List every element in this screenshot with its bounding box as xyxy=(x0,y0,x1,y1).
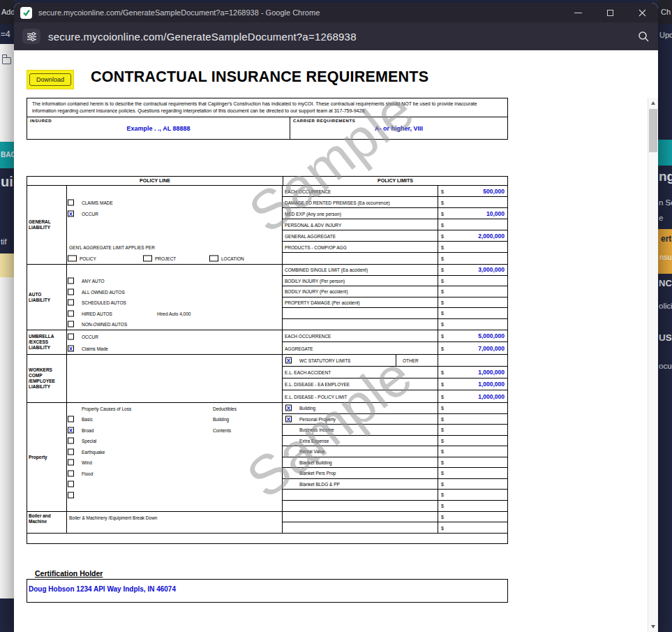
insurance-requirements-document: Download CONTRACTUAL INSURANCE REQUIREME… xyxy=(14,50,658,632)
close-button[interactable] xyxy=(626,3,658,22)
policy-limit-row: XBuilding$ xyxy=(283,403,507,414)
limit-label: Personal Property xyxy=(299,416,336,421)
coverage-label: Wind xyxy=(82,460,92,465)
group-left-auto-liability: ANY AUTOALL OWNED AUTOSSCHEDULED AUTOSHI… xyxy=(67,265,283,330)
bg-fragment-text: ocur xyxy=(659,362,672,370)
policy-limit-row: $ xyxy=(283,512,507,522)
checkbox: X xyxy=(285,416,292,422)
limit-amount-cell: $5,000,000 xyxy=(438,330,507,341)
policy-limit-row: Blanket BLDG & PP$ xyxy=(283,479,507,490)
bg-fragment-text: Ch xyxy=(661,8,671,16)
maximize-button[interactable] xyxy=(594,3,626,22)
policy-line-row xyxy=(67,490,282,501)
limit-amount-cell: $500,000 xyxy=(438,186,507,196)
coverage-label: Boiler & Machinery /Equipment Break Down xyxy=(69,515,157,520)
limit-label: AGGREGATE xyxy=(285,346,313,351)
bg-right-teal-band xyxy=(658,140,672,166)
checkbox: X xyxy=(285,405,292,411)
checkbox xyxy=(68,256,77,262)
dollar-sign: $ xyxy=(441,525,444,530)
limit-amount-cell: $ xyxy=(438,468,507,478)
bg-left-teal-button: BAC xyxy=(0,142,14,168)
limit-amount: 1,000,000 xyxy=(478,369,505,376)
group-left-workers-comp-employee-liability xyxy=(67,355,283,402)
policy-limit-row: GENERAL AGGREGATE$2,000,000 xyxy=(283,230,507,242)
limit-label-cell xyxy=(283,522,438,533)
group-left-general-liability: CLAIMS MADEXOCCURGEN'L AGGREGATE LIMIT A… xyxy=(67,186,283,264)
limit-label: COMBINED SINGLE LIMIT (Ea accident) xyxy=(285,267,368,272)
policy-limit-row: PERSONAL & ADV INJURY$ xyxy=(283,219,507,230)
dollar-sign: $ xyxy=(441,334,444,339)
policy-line-row: XOCCUR xyxy=(67,208,282,219)
policy-line-row: XClaims Made xyxy=(67,342,282,354)
group-label-auto-liability: AUTO LIABILITY xyxy=(27,265,67,330)
screen: Add =4 BAC ui tif Ch Upd ng n Sc e xyxy=(0,0,672,632)
policy-line-row: Wind xyxy=(67,457,282,469)
policy-limit-row: E.L. DISEASE - POLICY LIMIT$1,000,000 xyxy=(283,390,507,402)
dollar-sign: $ xyxy=(441,244,444,249)
limit-amount: 500,000 xyxy=(483,188,505,195)
site-settings-button[interactable] xyxy=(22,29,40,44)
limit-amount: 7,000,000 xyxy=(478,345,505,352)
dollar-sign: $ xyxy=(441,427,444,432)
bg-left-white xyxy=(0,44,14,142)
vertical-scrollbar[interactable] xyxy=(648,98,658,632)
limit-label: EACH OCCURRENCE xyxy=(285,189,331,193)
limit-amount-cell: $7,000,000 xyxy=(438,342,507,354)
limit-label-cell: Business Income xyxy=(283,425,438,435)
policy-limit-row: AGGREGATE$7,000,000 xyxy=(283,342,507,354)
limit-label-cell: MED EXP (Any one person) xyxy=(283,208,438,219)
checkbox: X xyxy=(285,358,292,364)
policy-line-row: Property Causes of LossDeductibles xyxy=(67,403,282,414)
scroll-down-button[interactable] xyxy=(648,622,658,632)
bg-fragment-text: nsu xyxy=(659,253,672,261)
scroll-up-button[interactable] xyxy=(648,98,658,108)
minimize-button[interactable] xyxy=(562,3,594,22)
limit-label-cell: E.L. DISEASE - EA EMPLOYEE xyxy=(283,379,438,390)
limit-amount-cell: $2,000,000 xyxy=(438,230,507,241)
limit-amount-cell: $ xyxy=(438,425,507,435)
disclaimer-text: The information contained herein is to d… xyxy=(27,98,507,117)
bg-left-footer xyxy=(0,598,14,632)
policy-limit-row: $ xyxy=(283,522,507,533)
url-text[interactable]: secure.mycoionline.com/GenerateSampleDoc… xyxy=(48,31,637,43)
policy-line-row xyxy=(67,390,282,402)
tune-icon xyxy=(27,31,37,42)
checkbox xyxy=(68,438,74,444)
policy-table-header: POLICY LINE POLICY LIMITS xyxy=(27,177,507,186)
limit-amount: 5,000,000 xyxy=(478,332,505,339)
policy-line-row: Boiler & Machinery /Equipment Break Down xyxy=(67,512,282,522)
limit-label-cell: BODILY INJURY (Per accident) xyxy=(283,286,438,297)
policy-limit-row: EACH OCCURRENCE$500,000 xyxy=(283,186,507,197)
bg-left-top: Add xyxy=(0,0,14,24)
insured-cell: INSURED Example . ., AL 88888 xyxy=(27,117,290,139)
limit-amount-cell: $ xyxy=(438,253,507,264)
limit-label-cell: PROPERTY DAMAGE (Per accident) xyxy=(283,297,438,308)
limit-label-cell xyxy=(283,512,438,522)
policy-line-row xyxy=(67,501,282,512)
limit-amount: 3,000,000 xyxy=(478,266,505,273)
policy-limit-row: $ xyxy=(283,319,507,330)
dollar-sign: $ xyxy=(441,515,444,520)
coverage-label: SCHEDULED AUTOS xyxy=(82,300,126,305)
address-bar[interactable]: secure.mycoionline.com/GenerateSampleDoc… xyxy=(14,22,658,50)
policy-group-boiler-and-machine: Boiler and MachineBoiler & Machinery /Eq… xyxy=(27,512,507,534)
limit-amount-cell: $1,000,000 xyxy=(438,390,507,402)
checkbox xyxy=(68,278,74,284)
scrollbar-thumb[interactable] xyxy=(649,109,657,152)
limit-label: OTHER xyxy=(403,358,419,363)
policy-table: POLICY LINE POLICY LIMITS GENERAL LIABIL… xyxy=(27,176,508,544)
zoom-button[interactable] xyxy=(637,30,650,43)
dollar-sign: $ xyxy=(441,492,444,497)
download-button[interactable]: Download xyxy=(29,73,71,86)
policy-line-row xyxy=(67,379,282,390)
window-title: secure.mycoionline.com/GenerateSampleDoc… xyxy=(38,8,562,17)
checkbox xyxy=(68,333,74,339)
maximize-icon xyxy=(607,10,613,16)
policy-line-row xyxy=(67,265,282,276)
group-left-umbrella-excess-liability: OCCURXClaims Made xyxy=(67,330,283,354)
limit-label-cell xyxy=(283,501,438,512)
limit-label: Blanket Building xyxy=(299,460,332,464)
limit-label-cell: Blanket Pers Prop xyxy=(283,468,438,478)
window-titlebar[interactable]: secure.mycoionline.com/GenerateSampleDoc… xyxy=(14,3,658,22)
